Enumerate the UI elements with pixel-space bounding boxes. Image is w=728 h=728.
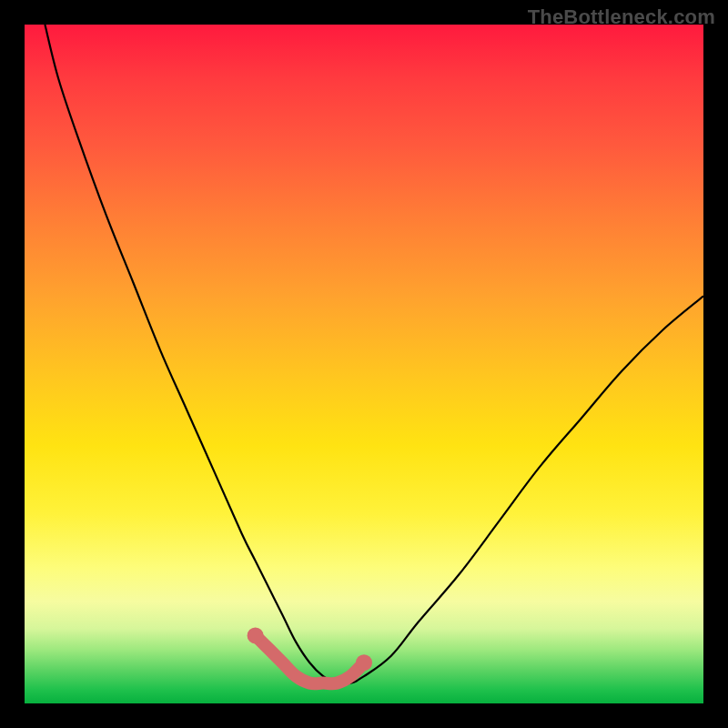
- plot-area: [25, 25, 703, 703]
- chart-frame: TheBottleneck.com: [0, 0, 728, 728]
